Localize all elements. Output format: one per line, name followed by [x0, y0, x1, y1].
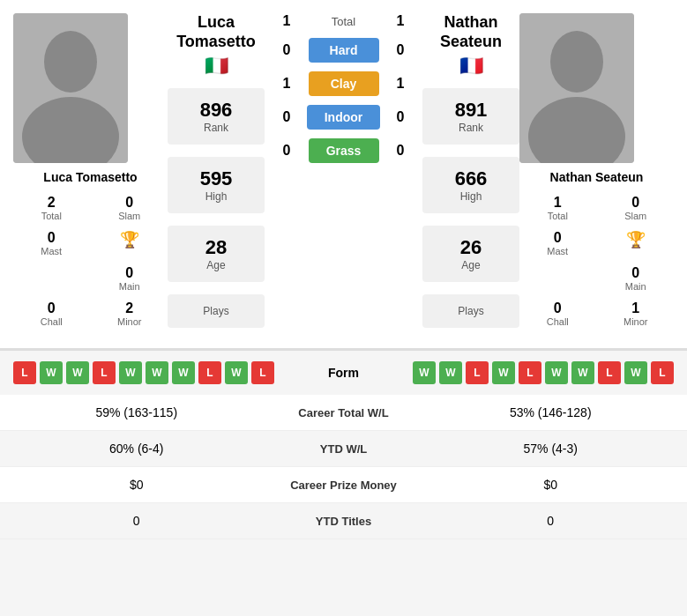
right-slam-label: Slam	[603, 211, 669, 221]
right-header: Nathan Seateun 🇫🇷	[422, 13, 519, 78]
career-stat-right: 57% (4-3)	[432, 442, 670, 456]
career-stat-left: 0	[18, 514, 256, 528]
right-high-value: 666	[433, 167, 509, 190]
right-age-panel: 26 Age	[422, 226, 519, 282]
right-player-block: Nathan Seateun 1 Total 0 Slam 0 Mast 🏆	[519, 13, 674, 335]
grass-button[interactable]: Grass	[309, 138, 379, 163]
right-main-value: 0	[603, 265, 669, 281]
left-plays-label: Plays	[178, 305, 254, 317]
left-main-value: 0	[97, 265, 163, 281]
right-slam-cell: 0 Slam	[598, 191, 675, 225]
left-trophy-icon: 🏆	[97, 230, 163, 249]
clay-left-score: 1	[273, 76, 300, 92]
left-total-label: Total	[19, 211, 85, 221]
form-badge: L	[651, 361, 674, 384]
left-main-cell: 0 Main	[92, 262, 168, 295]
form-badge: W	[66, 361, 89, 384]
left-chall-label: Chall	[19, 316, 85, 327]
career-stat-right: $0	[432, 478, 670, 492]
left-mast-value: 0	[19, 230, 85, 246]
form-section: LWWLWWWLWL Form WWLWLWWLWL	[0, 350, 687, 395]
bottom-stats: 59% (163-115)Career Total W/L53% (146-12…	[0, 395, 687, 539]
left-slam-cell: 0 Slam	[92, 191, 168, 225]
right-minor-cell: 1 Minor	[598, 297, 675, 330]
right-plays-panel: Plays	[422, 294, 519, 328]
right-main-cell: 0 Main	[598, 262, 675, 295]
form-badge: W	[439, 361, 462, 384]
left-trophy-cell: 🏆	[92, 226, 168, 260]
left-player-block: Luca Tomasetto 2 Total 0 Slam 0 Mast 🏆	[13, 13, 168, 335]
left-chall-cell: 0 Chall	[13, 297, 90, 330]
center-block: 1 Total 1 0 Hard 0 1 Clay 1 0 Indoor 0	[265, 13, 422, 335]
left-slam-value: 0	[97, 195, 163, 211]
hard-right-score: 0	[387, 42, 414, 58]
left-minor-label: Minor	[97, 316, 163, 327]
left-plays-panel: Plays	[168, 294, 265, 328]
left-main-label: Main	[97, 281, 163, 292]
right-minor-label: Minor	[603, 316, 669, 327]
left-stats-grid: 2 Total 0 Slam 0 Mast 🏆 0	[13, 191, 168, 330]
career-stat-label: Career Total W/L	[256, 406, 432, 419]
left-form-badges: LWWLWWWLWL	[13, 361, 291, 384]
form-badge: L	[251, 361, 274, 384]
career-stat-left: $0	[18, 478, 256, 492]
indoor-right-score: 0	[387, 109, 414, 125]
form-badge: L	[13, 361, 36, 384]
right-mast-label: Mast	[525, 246, 591, 256]
left-minor-cell: 2 Minor	[92, 297, 168, 330]
top-area: Luca Tomasetto 2 Total 0 Slam 0 Mast 🏆	[0, 0, 687, 350]
form-badge: W	[225, 361, 248, 384]
right-chall-label: Chall	[525, 316, 591, 327]
right-rank-value: 891	[433, 99, 509, 122]
right-mid-stats: Nathan Seateun 🇫🇷 891 Rank 666 High 26 A…	[422, 13, 519, 335]
form-badge: W	[571, 361, 594, 384]
clay-row: 1 Clay 1	[265, 71, 422, 96]
indoor-button[interactable]: Indoor	[307, 105, 381, 130]
grass-row: 0 Grass 0	[265, 138, 422, 163]
career-stat-label: Career Prize Money	[256, 479, 432, 492]
svg-point-0	[44, 31, 97, 93]
form-badge: W	[172, 361, 195, 384]
svg-point-2	[550, 31, 603, 93]
right-stats-grid: 1 Total 0 Slam 0 Mast 🏆 0 Mai	[519, 191, 674, 330]
total-label: Total	[300, 15, 387, 28]
clay-right-score: 1	[387, 76, 414, 92]
right-trophy-cell: 🏆	[598, 226, 675, 260]
form-badge: L	[598, 361, 621, 384]
left-flag: 🇮🇹	[168, 55, 265, 78]
career-stats-row: 60% (6-4)YTD W/L57% (4-3)	[0, 431, 687, 467]
indoor-left-score: 0	[273, 109, 300, 125]
left-mid-stats: Luca Tomasetto 🇮🇹 896 Rank 595 High 28 A…	[168, 13, 265, 335]
grass-right-score: 0	[387, 143, 414, 159]
right-rank-panel: 891 Rank	[422, 88, 519, 145]
right-age-label: Age	[433, 259, 509, 271]
right-total-label: Total	[525, 211, 591, 221]
form-badge: W	[146, 361, 168, 384]
right-mast-cell: 0 Mast	[519, 226, 596, 260]
form-badge: L	[198, 361, 221, 384]
career-stats-row: 0YTD Titles0	[0, 503, 687, 539]
left-slam-label: Slam	[97, 211, 163, 221]
right-high-panel: 666 High	[422, 157, 519, 213]
form-badge: W	[413, 361, 436, 384]
right-high-label: High	[433, 190, 509, 203]
form-badge: W	[545, 361, 568, 384]
form-badge: L	[466, 361, 489, 384]
left-age-panel: 28 Age	[168, 226, 265, 282]
total-right-score: 1	[387, 13, 414, 29]
total-row: 1 Total 1	[265, 13, 422, 29]
clay-button[interactable]: Clay	[309, 71, 379, 96]
right-plays-label: Plays	[433, 305, 509, 317]
left-minor-value: 2	[97, 301, 163, 316]
left-player-name: Luca Tomasetto	[13, 170, 168, 184]
career-stat-right: 0	[432, 514, 670, 528]
left-high-label: High	[178, 190, 254, 203]
right-player-name: Nathan Seateun	[519, 170, 674, 184]
right-mast-value: 0	[525, 230, 591, 246]
right-form-badges: WWLWLWWLWL	[397, 361, 675, 384]
right-chall-value: 0	[525, 301, 591, 316]
total-left-score: 1	[273, 13, 300, 29]
hard-button[interactable]: Hard	[309, 38, 379, 63]
form-badge: L	[93, 361, 116, 384]
hard-row: 0 Hard 0	[265, 38, 422, 63]
